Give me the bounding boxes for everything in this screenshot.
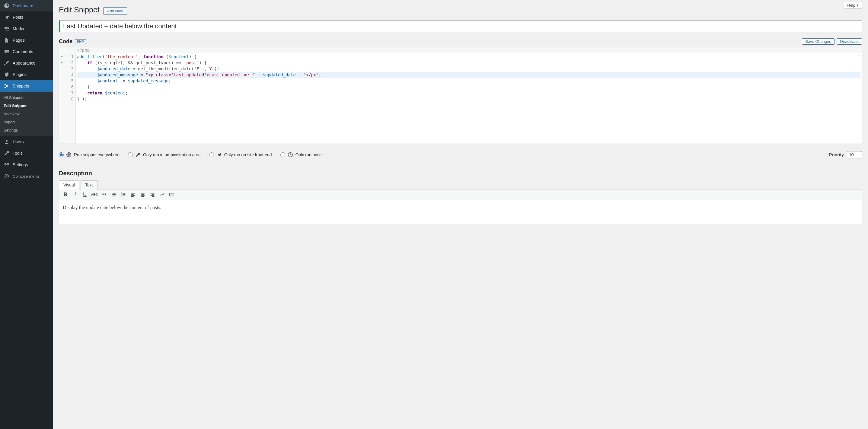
deactivate-button[interactable]: Deactivate bbox=[837, 38, 862, 45]
run-everywhere-radio[interactable] bbox=[59, 152, 64, 157]
svg-rect-28 bbox=[151, 195, 155, 196]
help-tab[interactable]: Help ▾ bbox=[844, 2, 862, 9]
page-header: Edit Snippet Add New bbox=[59, 0, 862, 15]
run-option-label: Run snippet everywhere bbox=[74, 152, 120, 157]
svg-rect-13 bbox=[123, 193, 125, 194]
clock-icon bbox=[288, 152, 293, 158]
run-options-row: Run snippet everywhere Only run in admin… bbox=[59, 148, 862, 161]
svg-rect-24 bbox=[141, 195, 145, 196]
underline-button[interactable]: U bbox=[80, 191, 89, 199]
sidebar-item-dashboard[interactable]: Dashboard bbox=[0, 0, 53, 11]
pin-icon bbox=[4, 14, 10, 20]
line-gutter: ▼1 ▼2 3 4 5 6 7 8 bbox=[59, 53, 76, 143]
run-once-option[interactable]: Only run once bbox=[280, 152, 322, 158]
sidebar-label: Snippets bbox=[13, 84, 29, 89]
italic-button[interactable]: I bbox=[71, 191, 80, 199]
align-center-button[interactable] bbox=[138, 191, 147, 199]
chevron-down-icon: ▾ bbox=[857, 3, 859, 7]
code-content[interactable]: add_filter('the_content', function ($con… bbox=[76, 53, 862, 143]
sidebar-item-users[interactable]: Users bbox=[0, 136, 53, 147]
main-content: Help ▾ Edit Snippet Add New Code PHP Sav… bbox=[53, 0, 868, 429]
submenu-settings[interactable]: Settings bbox=[0, 126, 53, 134]
tab-visual[interactable]: Visual bbox=[59, 180, 80, 190]
comment-icon bbox=[4, 48, 10, 55]
submenu-add-new[interactable]: Add New bbox=[0, 110, 53, 118]
sidebar-label: Posts bbox=[13, 15, 23, 20]
sidebar-label: Media bbox=[13, 26, 24, 31]
pin-icon bbox=[216, 152, 222, 158]
code-section-header: Code PHP Save Changes Deactivate bbox=[59, 38, 862, 45]
admin-sidebar: Dashboard Posts Media Pages Comments App… bbox=[0, 0, 53, 429]
sidebar-label: Plugins bbox=[13, 72, 27, 77]
svg-point-6 bbox=[112, 193, 113, 194]
save-changes-button[interactable]: Save Changes bbox=[802, 38, 834, 45]
sidebar-item-settings[interactable]: Settings bbox=[0, 159, 53, 170]
wrench-icon bbox=[135, 152, 141, 158]
run-option-label: Only run once bbox=[296, 152, 322, 157]
svg-point-1 bbox=[4, 87, 6, 88]
collapse-icon bbox=[4, 173, 10, 179]
add-new-button[interactable]: Add New bbox=[103, 7, 127, 15]
sidebar-label: Settings bbox=[13, 162, 28, 167]
sidebar-item-posts[interactable]: Posts bbox=[0, 11, 53, 23]
sidebar-item-tools[interactable]: Tools bbox=[0, 147, 53, 159]
editor-help-icon[interactable]: ? bbox=[858, 54, 860, 58]
run-admin-option[interactable]: Only run in administration area bbox=[128, 152, 201, 158]
align-right-button[interactable] bbox=[148, 191, 157, 199]
sidebar-label: Dashboard bbox=[13, 3, 33, 8]
page-icon bbox=[4, 37, 10, 43]
run-option-label: Only run in administration area bbox=[143, 152, 201, 157]
submenu-all-snippets[interactable]: All Snippets bbox=[0, 94, 53, 102]
editor-tabs: Visual Text bbox=[59, 180, 862, 190]
submenu-edit-snippet[interactable]: Edit Snippet bbox=[0, 102, 53, 110]
description-editor[interactable]: Display the update date below the conten… bbox=[59, 200, 862, 224]
svg-point-2 bbox=[6, 140, 7, 142]
svg-rect-30 bbox=[169, 193, 174, 196]
scissors-icon bbox=[4, 83, 10, 89]
run-frontend-option[interactable]: Only run on site front-end bbox=[209, 152, 272, 158]
bold-button[interactable]: B bbox=[61, 191, 70, 199]
sidebar-item-plugins[interactable]: Plugins bbox=[0, 69, 53, 80]
run-once-radio[interactable] bbox=[280, 152, 285, 157]
snippets-submenu: All Snippets Edit Snippet Add New Import… bbox=[0, 92, 53, 136]
run-option-label: Only run on site front-end bbox=[224, 152, 272, 157]
sidebar-item-comments[interactable]: Comments bbox=[0, 46, 53, 57]
priority-field: Priority bbox=[829, 151, 862, 158]
svg-rect-7 bbox=[113, 193, 116, 194]
run-admin-radio[interactable] bbox=[128, 152, 133, 157]
svg-point-8 bbox=[112, 194, 113, 195]
svg-rect-15 bbox=[123, 194, 125, 195]
keyboard-button[interactable] bbox=[167, 191, 176, 199]
collapse-menu-button[interactable]: Collapse menu bbox=[0, 170, 53, 182]
priority-label: Priority bbox=[829, 152, 844, 157]
priority-input[interactable] bbox=[847, 151, 862, 158]
link-button[interactable] bbox=[158, 191, 166, 199]
bullet-list-button[interactable] bbox=[109, 191, 118, 199]
run-frontend-radio[interactable] bbox=[209, 152, 214, 157]
wrench-icon bbox=[4, 150, 10, 156]
php-open-tag: <?php bbox=[76, 47, 91, 53]
numbered-list-button[interactable]: 123 bbox=[119, 191, 128, 199]
svg-rect-29 bbox=[152, 196, 154, 197]
sidebar-item-snippets[interactable]: Snippets bbox=[0, 80, 53, 92]
blockquote-button[interactable] bbox=[100, 191, 108, 199]
svg-rect-21 bbox=[131, 196, 134, 197]
code-heading: Code PHP bbox=[59, 38, 86, 45]
sidebar-item-appearance[interactable]: Appearance bbox=[0, 57, 53, 69]
media-icon bbox=[4, 26, 10, 32]
svg-rect-19 bbox=[131, 194, 134, 195]
svg-point-3 bbox=[5, 174, 9, 178]
sidebar-item-media[interactable]: Media bbox=[0, 23, 53, 34]
code-editor[interactable]: ? <?php ▼1 ▼2 3 4 5 6 7 8 add_filter('th… bbox=[59, 47, 862, 144]
run-everywhere-option[interactable]: Run snippet everywhere bbox=[59, 152, 120, 158]
svg-rect-25 bbox=[142, 196, 144, 197]
strikethrough-button[interactable]: ABC bbox=[90, 191, 99, 199]
svg-rect-27 bbox=[152, 194, 154, 195]
dashboard-icon bbox=[4, 3, 10, 9]
sidebar-item-pages[interactable]: Pages bbox=[0, 34, 53, 46]
align-left-button[interactable] bbox=[129, 191, 137, 199]
snippet-title-input[interactable] bbox=[59, 20, 862, 32]
plugin-icon bbox=[4, 71, 10, 77]
tab-text[interactable]: Text bbox=[81, 180, 97, 190]
submenu-import[interactable]: Import bbox=[0, 118, 53, 126]
